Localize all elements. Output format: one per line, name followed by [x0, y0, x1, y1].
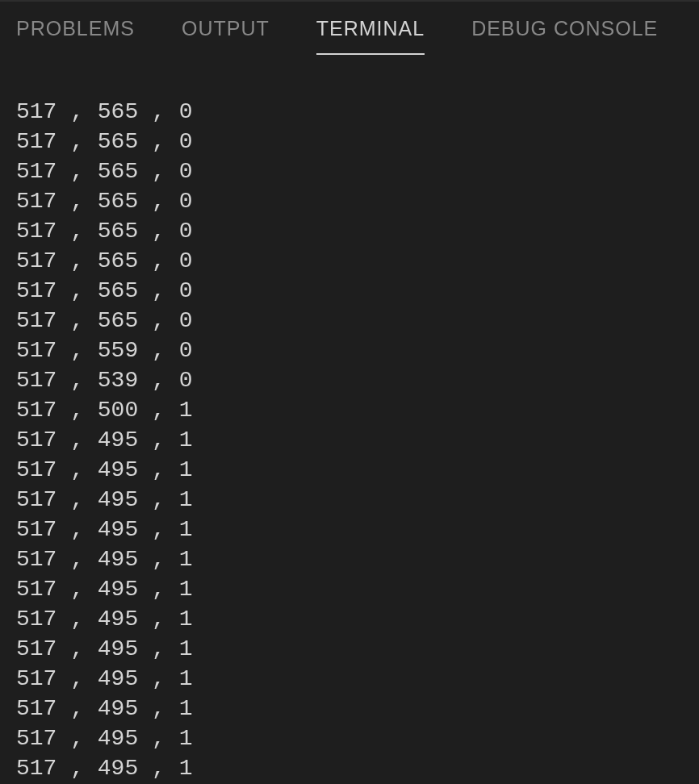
- terminal-line: 517 , 565 , 0: [16, 276, 699, 306]
- terminal-line: 517 , 495 , 1: [16, 724, 699, 753]
- terminal-line: 517 , 495 , 1: [16, 455, 699, 485]
- panel-tab-bar: PROBLEMS OUTPUT TERMINAL DEBUG CONSOLE: [0, 2, 699, 56]
- terminal-line: 517 , 495 , 1: [16, 664, 699, 694]
- tab-problems[interactable]: PROBLEMS: [16, 2, 135, 55]
- terminal-line: 517 , 495 , 1: [16, 425, 699, 455]
- terminal-line: 517 , 495 , 1: [16, 694, 699, 724]
- terminal-line: 517 , 495 , 1: [16, 574, 699, 604]
- tab-debug-console[interactable]: DEBUG CONSOLE: [471, 2, 658, 55]
- tab-terminal[interactable]: TERMINAL: [316, 2, 425, 55]
- terminal-line: 517 , 559 , 0: [16, 336, 699, 365]
- terminal-line: 517 , 565 , 0: [16, 306, 699, 336]
- terminal-line: 517 , 495 , 1: [16, 753, 699, 783]
- tab-output[interactable]: OUTPUT: [182, 2, 270, 55]
- terminal-line: 517 , 565 , 0: [16, 186, 699, 216]
- terminal-line: 517 , 495 , 1: [16, 604, 699, 634]
- terminal-line: 517 , 565 , 0: [16, 127, 699, 156]
- terminal-output[interactable]: 517 , 565 , 0517 , 565 , 0517 , 565 , 05…: [0, 56, 699, 783]
- terminal-line: 517 , 495 , 1: [16, 485, 699, 515]
- terminal-line: 517 , 495 , 1: [16, 634, 699, 664]
- terminal-line: 517 , 565 , 0: [16, 97, 699, 127]
- terminal-line: 517 , 565 , 0: [16, 216, 699, 246]
- terminal-line: 517 , 565 , 0: [16, 156, 699, 186]
- terminal-line: 517 , 539 , 0: [16, 365, 699, 395]
- terminal-line: 517 , 500 , 1: [16, 395, 699, 425]
- terminal-line: 517 , 495 , 1: [16, 515, 699, 544]
- terminal-line: 517 , 565 , 0: [16, 246, 699, 276]
- terminal-line: 517 , 495 , 1: [16, 544, 699, 574]
